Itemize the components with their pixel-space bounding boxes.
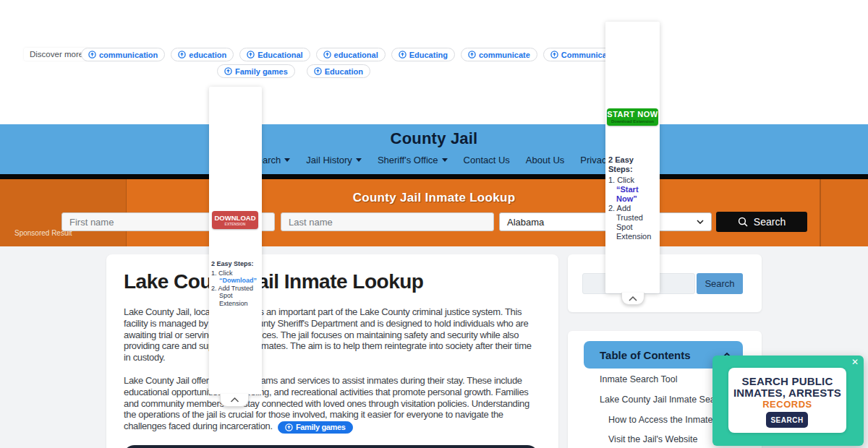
- close-icon[interactable]: ✕: [851, 357, 859, 367]
- site-header: County Jail Inmate Search Jail History S…: [0, 124, 868, 174]
- easy-steps-right: 2 Easy Steps: 1. Click “Start Now” 2. Ad…: [608, 155, 658, 241]
- circle-arrow-up-icon: [247, 51, 255, 59]
- circle-arrow-up-icon: [88, 51, 96, 59]
- toc-item-inmate-search-tool[interactable]: Inmate Search Tool: [600, 374, 677, 384]
- article-paragraph-2: Lake County Jail offers many programs an…: [124, 375, 534, 434]
- chip-education-2[interactable]: Education: [307, 64, 370, 78]
- collapse-tab-right[interactable]: [621, 293, 644, 305]
- toc-title: Table of Contents: [600, 349, 691, 361]
- popup-search-button[interactable]: SEARCH: [766, 412, 808, 428]
- caret-down-icon: [284, 158, 290, 162]
- nav-sheriffs-office[interactable]: Sheriff's Office: [378, 155, 448, 165]
- start-now-button[interactable]: START NOW Download Extension: [607, 108, 658, 126]
- toc-item-visit-website[interactable]: Visit the Jail's Website: [608, 434, 698, 444]
- chip-row-1: communication education Educational educ…: [81, 48, 629, 61]
- chip-educational-cap[interactable]: Educational: [239, 48, 310, 61]
- circle-arrow-up-icon: [323, 51, 331, 59]
- chip-row-2: Family games Education: [217, 64, 370, 78]
- caret-down-icon: [356, 158, 362, 162]
- chevron-up-icon: [629, 296, 637, 301]
- hero-section: County Jail Inmate Lookup Sponsored Resu…: [0, 179, 868, 246]
- start-now-link[interactable]: “Start Now”: [616, 185, 639, 203]
- easy-steps-left: 2 Easy Steps: 1. Click “Download” 2. Add…: [211, 260, 260, 307]
- dark-section-top: [123, 445, 539, 448]
- popup-line-2: INMATES, ARRESTS: [728, 387, 846, 399]
- chevron-up-icon: [230, 397, 239, 402]
- chip-educational[interactable]: educational: [316, 48, 386, 61]
- extension-overlay-right: START NOW Download Extension 2 Easy Step…: [605, 22, 660, 293]
- chip-communicate[interactable]: communicate: [461, 48, 537, 61]
- nav-contact-us[interactable]: Contact Us: [464, 155, 510, 165]
- records-popup: ✕ SEARCH PUBLIC INMATES, ARRESTS RECORDS…: [712, 356, 864, 446]
- popup-line-1: SEARCH PUBLIC: [728, 375, 846, 387]
- hero-search-button[interactable]: Search: [716, 212, 807, 232]
- search-icon: [738, 217, 748, 227]
- site-title: County Jail: [0, 129, 868, 148]
- circle-arrow-up-icon: [550, 51, 558, 59]
- nav-jail-history[interactable]: Jail History: [306, 155, 362, 165]
- chip-family-games[interactable]: Family games: [217, 64, 295, 78]
- collapse-tab-left[interactable]: [220, 394, 249, 407]
- chip-communication[interactable]: communication: [81, 48, 165, 61]
- article-card: Lake County Jail Inmate Lookup Lake Coun…: [106, 254, 558, 448]
- header-divider-bar: [0, 174, 868, 179]
- hero-right-panel: [820, 179, 868, 246]
- circle-arrow-up-icon: [468, 51, 476, 59]
- nav-about-us[interactable]: About Us: [526, 155, 564, 165]
- circle-arrow-up-icon: [285, 423, 293, 431]
- article-title: Lake County Jail Inmate Lookup: [124, 270, 423, 293]
- chevron-down-icon: [697, 220, 704, 224]
- circle-arrow-up-icon: [224, 67, 232, 75]
- main-nav: Inmate Search Jail History Sheriff's Off…: [0, 155, 868, 165]
- records-popup-card: SEARCH PUBLIC INMATES, ARRESTS RECORDS S…: [728, 368, 846, 433]
- sidebar-search-button[interactable]: Search: [697, 273, 743, 294]
- article-paragraph-1: Lake County Jail, located in Ohio, is an…: [124, 306, 534, 363]
- chip-education[interactable]: education: [171, 48, 234, 61]
- download-link[interactable]: “Download”: [219, 277, 257, 284]
- last-name-input[interactable]: [281, 212, 494, 231]
- popup-records-label: RECORDS: [728, 399, 846, 410]
- extension-overlay-left: DOWNLOAD EXTENSION 2 Easy Steps: 1. Clic…: [209, 87, 262, 395]
- chip-educating[interactable]: Educating: [391, 48, 455, 61]
- circle-arrow-up-icon: [178, 51, 186, 59]
- caret-down-icon: [442, 158, 448, 162]
- download-extension-button[interactable]: DOWNLOAD EXTENSION: [212, 211, 258, 229]
- sidebar-search-card: Search: [568, 254, 762, 312]
- circle-arrow-up-icon: [399, 51, 407, 59]
- discover-more-label: Discover more: [24, 48, 89, 61]
- circle-arrow-up-icon: [314, 67, 322, 75]
- family-games-inline-chip[interactable]: Family games: [278, 421, 353, 434]
- hero-title: County Jail Inmate Lookup: [0, 191, 868, 205]
